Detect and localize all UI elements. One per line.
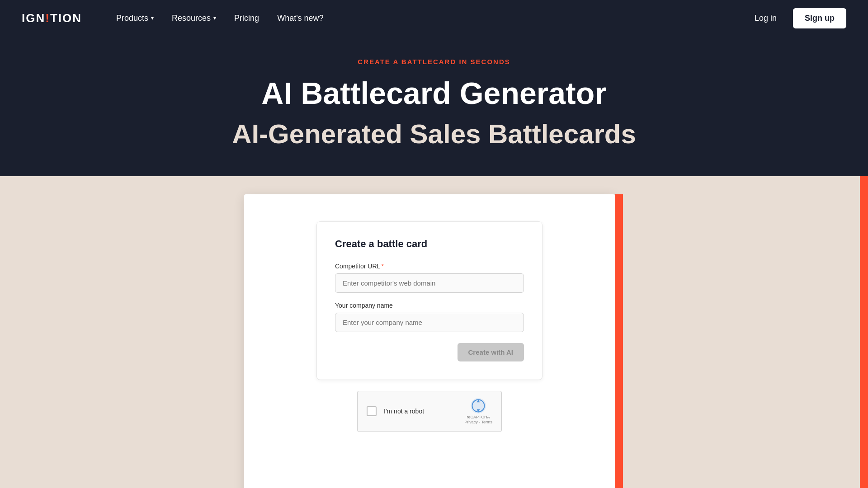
nav-whatsnew[interactable]: What's new? — [270, 10, 330, 27]
recaptcha-wrapper: I'm not a robot reCAPTCHAPrivacy - Terms — [271, 391, 588, 432]
navbar: IGN!TION Products ▾ Resources ▾ Pricing … — [0, 0, 868, 36]
hero-subtitle: AI-Generated Sales Battlecards — [9, 119, 859, 149]
company-name-group: Your company name — [335, 302, 524, 332]
chevron-down-icon: ▾ — [151, 15, 154, 21]
competitor-url-label: Competitor URL* — [335, 263, 524, 270]
nav-pricing[interactable]: Pricing — [227, 10, 266, 27]
competitor-url-input[interactable] — [335, 273, 524, 293]
company-name-input[interactable] — [335, 313, 524, 332]
company-name-label: Your company name — [335, 302, 524, 309]
hero-eyebrow: CREATE A BATTLECARD IN SECONDS — [9, 58, 859, 66]
recaptcha-branding: reCAPTCHAPrivacy - Terms — [464, 415, 492, 425]
nav-resources[interactable]: Resources ▾ — [165, 10, 223, 27]
battle-card-form: Create a battle card Competitor URL* You… — [316, 221, 542, 380]
logo-text: IGN!TION — [22, 11, 82, 25]
logo[interactable]: IGN!TION — [22, 11, 82, 25]
login-button[interactable]: Log in — [747, 10, 784, 27]
hero-title: AI Battlecard Generator — [9, 76, 859, 110]
required-asterisk: * — [381, 263, 383, 270]
nav-products[interactable]: Products ▾ — [109, 10, 161, 27]
recaptcha-logo: reCAPTCHAPrivacy - Terms — [464, 398, 492, 425]
card-content: Create a battle card Competitor URL* You… — [244, 194, 615, 450]
form-actions: Create with AI — [335, 343, 524, 361]
nav-links: Products ▾ Resources ▾ Pricing What's ne… — [109, 10, 747, 27]
logo-accent: ! — [45, 11, 50, 25]
card-wrapper: Create a battle card Competitor URL* You… — [244, 194, 615, 488]
recaptcha-box: I'm not a robot reCAPTCHAPrivacy - Terms — [357, 391, 502, 432]
hero-section: CREATE A BATTLECARD IN SECONDS AI Battle… — [0, 36, 868, 176]
red-bar-decoration — [860, 176, 868, 488]
create-with-ai-button[interactable]: Create with AI — [458, 343, 524, 361]
form-card-title: Create a battle card — [335, 238, 524, 250]
competitor-url-group: Competitor URL* — [335, 263, 524, 293]
chevron-down-icon: ▾ — [213, 15, 216, 21]
recaptcha-icon — [470, 398, 486, 414]
nav-auth: Log in Sign up — [747, 8, 846, 28]
recaptcha-checkbox[interactable] — [367, 406, 377, 416]
content-area: Create a battle card Competitor URL* You… — [0, 176, 868, 488]
recaptcha-label: I'm not a robot — [384, 408, 457, 415]
signup-button[interactable]: Sign up — [793, 8, 846, 28]
